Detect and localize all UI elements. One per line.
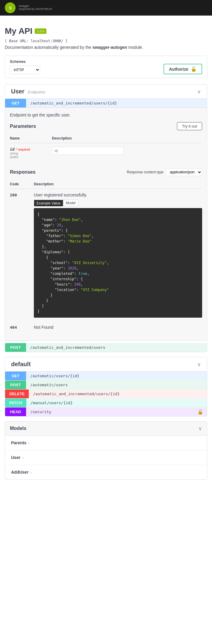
responses-label: Responses — [10, 169, 35, 175]
post-endpoint-path: /automatic_and_incremented/users — [26, 343, 207, 352]
response-row-200: 200 User registered successfully. Exampl… — [10, 189, 202, 322]
response-desc-200: User registered successfully. — [34, 193, 202, 197]
models-chevron: ∨ — [198, 425, 202, 432]
default-patch-path: /manual/users/{id} — [26, 398, 207, 407]
default-patch-badge: PATCH — [5, 398, 26, 407]
param-name: id — [10, 147, 15, 151]
default-section-title: default — [11, 361, 31, 368]
default-delete-badge: DELETE — [5, 390, 29, 398]
model-arrow-adduser: › — [30, 470, 31, 475]
model-arrow-user: › — [22, 455, 23, 460]
params-table: Name Description id * required string — [10, 134, 202, 162]
default-section: default ∨ GET /automatic/users/{id} POST… — [5, 357, 207, 416]
get-endpoint-block: GET /automatic_and_incremented/users/{id… — [5, 99, 207, 341]
user-section-chevron: ∨ — [197, 88, 201, 95]
default-get-path: /automatic/users/{id} — [26, 372, 207, 380]
get-endpoint-body: Endpoint to get the specific user. Param… — [5, 107, 207, 340]
api-title: My API 1.0.0 — [5, 26, 46, 36]
default-section-chevron: ∨ — [197, 361, 201, 368]
resp-col-code: Code — [10, 180, 34, 189]
schemes-auth-bar: Schemes HTTP HTTPS Authorize 🔓 — [5, 56, 207, 78]
param-type: string (path) — [10, 151, 52, 159]
response-code-200: 200 — [10, 193, 17, 197]
models-title: Models — [10, 426, 26, 431]
default-patch-endpoint[interactable]: PATCH /manual/users/{id} — [5, 398, 207, 407]
response-desc-404: Not Found — [34, 325, 202, 330]
default-get-endpoint[interactable]: GET /automatic/users/{id} — [5, 372, 207, 381]
user-section-title: User — [11, 88, 24, 95]
default-get-badge: GET — [5, 372, 26, 380]
default-section-header[interactable]: default ∨ — [5, 357, 207, 372]
get-endpoint-header[interactable]: GET /automatic_and_incremented/users/{id… — [5, 99, 207, 107]
default-head-badge: HEAD — [5, 407, 26, 416]
default-delete-path: /automatic_and_incremented/users/{id} — [29, 390, 207, 398]
code-block-200: { "name": "Jhon Doe", "age": 29, "parent… — [34, 208, 202, 318]
model-name-user: User — [11, 455, 20, 460]
default-head-path: /security — [26, 407, 194, 416]
topbar: S Swagger Supported by SMARTBEAR — [0, 0, 212, 16]
models-section: Models ∨ Parents › User › AddUser › — [5, 421, 207, 480]
resp-col-description: Description — [34, 180, 202, 189]
user-section: User Endpoints ∨ GET /automatic_and_incr… — [5, 84, 207, 352]
example-value-tab[interactable]: Example Value — [34, 200, 63, 206]
model-item-adduser[interactable]: AddUser › — [5, 465, 207, 479]
authorize-button[interactable]: Authorize 🔓 — [163, 64, 202, 74]
param-row-id: id * required string (path) — [10, 143, 202, 163]
params-col-description: Description — [52, 134, 202, 143]
version-badge: 1.0.0 — [35, 28, 46, 34]
models-header[interactable]: Models ∨ — [5, 422, 207, 436]
responses-table: Code Description 200 User registered suc… — [10, 180, 202, 336]
default-post-badge: POST — [5, 381, 26, 389]
content-type-select[interactable]: application/json — [166, 168, 202, 176]
get-method-badge: GET — [5, 99, 26, 107]
model-item-parents[interactable]: Parents › — [5, 436, 207, 450]
default-delete-endpoint[interactable]: DELETE /automatic_and_incremented/users/… — [5, 390, 207, 398]
params-col-name: Name — [10, 134, 52, 143]
endpoint-description: Endpoint to get the specific user. — [10, 113, 202, 117]
params-header: Parameters Try it out — [10, 122, 202, 130]
model-arrow-parents: › — [28, 441, 29, 445]
default-head-endpoint[interactable]: HEAD /security 🔒 — [5, 407, 207, 416]
content-type-label: Response content type — [127, 170, 163, 174]
get-endpoint-path: /automatic_and_incremented/users/{id} — [26, 99, 207, 107]
schemes-label: Schemes — [10, 60, 40, 64]
schemes-section: Schemes HTTP HTTPS — [10, 60, 40, 74]
default-post-path: /automatic/users — [26, 381, 207, 389]
lock-icon: 🔓 — [191, 66, 197, 72]
brand-name: Swagger Supported by SMARTBEAR — [19, 5, 52, 11]
example-tabs: Example Value Model — [34, 200, 202, 206]
try-it-out-button[interactable]: Try it out — [177, 122, 202, 130]
params-label: Parameters — [10, 124, 36, 129]
model-name-adduser: AddUser — [11, 470, 28, 475]
responses-header: Responses Response content type applicat… — [10, 168, 202, 176]
swagger-logo: S — [5, 2, 16, 13]
svg-text:S: S — [9, 6, 12, 10]
user-section-header[interactable]: User Endpoints ∨ — [5, 84, 207, 99]
schemes-select[interactable]: HTTP HTTPS — [10, 66, 40, 74]
model-tab[interactable]: Model — [63, 200, 78, 206]
default-post-endpoint[interactable]: POST /automatic/users — [5, 381, 207, 390]
response-row-404: 404 Not Found — [10, 321, 202, 336]
param-required: * required — [16, 148, 30, 151]
model-item-user[interactable]: User › — [5, 450, 207, 465]
model-name-parents: Parents — [11, 440, 26, 445]
api-base-url: [ Base URL: localhost:3000/ ] — [5, 39, 207, 43]
head-lock-icon: 🔒 — [194, 409, 207, 415]
main-content: My API 1.0.0 [ Base URL: localhost:3000/… — [0, 16, 212, 493]
post-endpoint-row[interactable]: POST /automatic_and_incremented/users — [5, 343, 207, 352]
response-code-404: 404 — [10, 325, 17, 330]
user-section-subtitle: Endpoints — [28, 90, 45, 94]
post-method-badge: POST — [5, 343, 26, 352]
param-id-input[interactable] — [52, 147, 124, 155]
api-description: Documentation automatically generated by… — [5, 45, 207, 50]
